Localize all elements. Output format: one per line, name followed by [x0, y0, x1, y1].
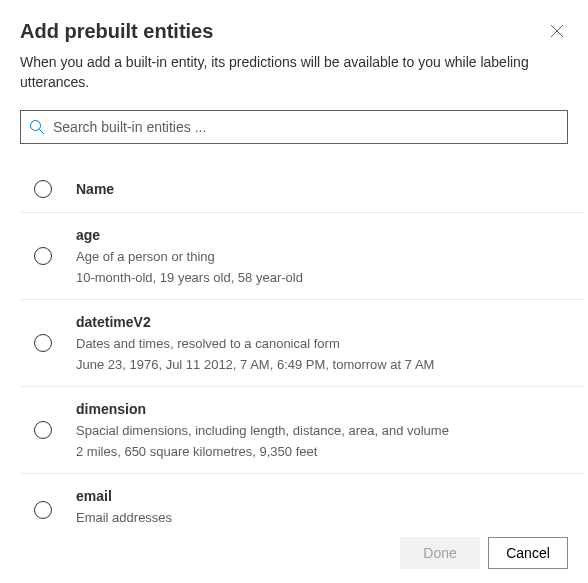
entity-examples: June 23, 1976, Jul 11 2012, 7 AM, 6:49 P…	[76, 357, 584, 372]
entity-name: age	[76, 227, 584, 243]
search-icon	[29, 119, 45, 135]
entity-row[interactable]: age Age of a person or thing 10-month-ol…	[20, 213, 584, 300]
entity-content: dimension Spacial dimensions, including …	[76, 401, 584, 459]
entity-description: Email addresses	[76, 510, 584, 523]
done-button[interactable]: Done	[400, 537, 480, 569]
entity-content: datetimeV2 Dates and times, resolved to …	[76, 314, 584, 372]
entity-name: dimension	[76, 401, 584, 417]
entity-list[interactable]: Name age Age of a person or thing 10-mon…	[0, 162, 588, 523]
add-prebuilt-entities-dialog: Add prebuilt entities When you add a bui…	[0, 0, 588, 583]
entity-radio[interactable]	[34, 334, 52, 352]
entity-radio[interactable]	[34, 501, 52, 519]
svg-line-3	[40, 130, 45, 135]
close-icon	[550, 24, 564, 38]
entity-description: Dates and times, resolved to a canonical…	[76, 336, 584, 351]
dialog-header: Add prebuilt entities	[20, 20, 568, 53]
entity-description: Spacial dimensions, including length, di…	[76, 423, 584, 438]
dialog-description: When you add a built-in entity, its pred…	[20, 53, 568, 92]
entity-row[interactable]: dimension Spacial dimensions, including …	[20, 387, 584, 474]
select-all-col	[20, 180, 76, 198]
entity-row[interactable]: email Email addresses	[20, 474, 584, 523]
search-input[interactable]	[45, 119, 559, 135]
search-box[interactable]	[20, 110, 568, 144]
name-column-header[interactable]: Name	[76, 181, 114, 197]
entity-name: email	[76, 488, 584, 504]
cancel-button[interactable]: Cancel	[488, 537, 568, 569]
list-header: Name	[20, 162, 584, 213]
entity-radio[interactable]	[34, 421, 52, 439]
entity-examples: 10-month-old, 19 years old, 58 year-old	[76, 270, 584, 285]
entity-content: age Age of a person or thing 10-month-ol…	[76, 227, 584, 285]
entity-description: Age of a person or thing	[76, 249, 584, 264]
dialog-title: Add prebuilt entities	[20, 20, 213, 43]
entity-examples: 2 miles, 650 square kilometres, 9,350 fe…	[76, 444, 584, 459]
entity-radio[interactable]	[34, 247, 52, 265]
select-all-radio[interactable]	[34, 180, 52, 198]
dialog-footer: Done Cancel	[20, 523, 568, 583]
entity-name: datetimeV2	[76, 314, 584, 330]
close-button[interactable]	[546, 20, 568, 44]
svg-point-2	[31, 121, 41, 131]
entity-content: email Email addresses	[76, 488, 584, 523]
entity-row[interactable]: datetimeV2 Dates and times, resolved to …	[20, 300, 584, 387]
